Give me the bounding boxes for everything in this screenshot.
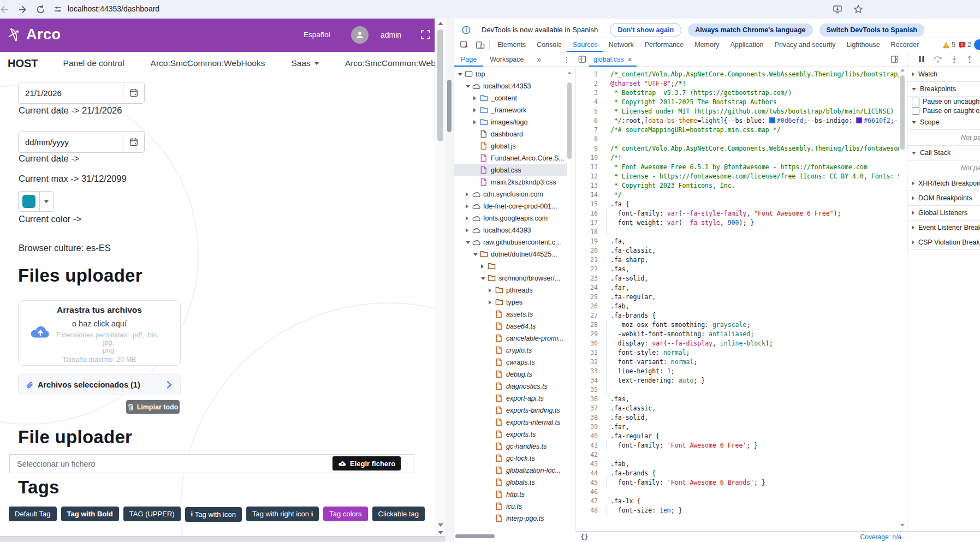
line-number[interactable]: 11	[575, 163, 598, 172]
tree-item-types[interactable]: types	[454, 296, 522, 308]
line-number[interactable]: 18	[575, 228, 598, 237]
editor-scroll-down-arrow[interactable]	[900, 524, 905, 527]
tree-item-exports-ts[interactable]: exports.ts	[454, 428, 536, 440]
tree-item-diagnostics-ts[interactable]: diagnostics.ts	[454, 380, 548, 392]
chevron-right-icon[interactable]	[489, 288, 494, 293]
line-number[interactable]: 41	[575, 441, 598, 450]
avatar[interactable]	[351, 26, 369, 44]
tree-item--content[interactable]: _content	[454, 92, 517, 104]
app-scrollbar[interactable]	[435, 19, 446, 538]
line-number[interactable]: 40	[575, 432, 598, 441]
tree-item-fonts-googleapis-com[interactable]: fonts.googleapis.com	[454, 212, 548, 224]
scroll-down-arrow[interactable]	[438, 531, 443, 534]
tree-item-fundanet-arco-core-s-[interactable]: Fundanet.Arco.Core.S...	[454, 152, 565, 164]
bookmark-star-icon[interactable]	[853, 4, 864, 15]
line-number[interactable]: 13	[575, 181, 598, 190]
line-number[interactable]: 30	[575, 339, 598, 348]
tab-page[interactable]: Page	[454, 52, 483, 67]
install-icon[interactable]	[832, 4, 843, 15]
devtools-tab-elements[interactable]: Elements	[492, 38, 531, 52]
tree-item-localhost-44393[interactable]: localhost:44393	[454, 224, 531, 236]
section-breakpoints[interactable]: Breakpoints	[907, 82, 980, 97]
tree-item-gc-handles-ts[interactable]: gc-handles.ts	[454, 440, 547, 452]
tree-item-exports-binding-ts[interactable]: exports-binding.ts	[454, 404, 560, 416]
line-number[interactable]: 15	[575, 200, 598, 209]
tree-scroll-up-arrow[interactable]	[567, 72, 572, 74]
section-csp-violation-breakpoints[interactable]: CSP Violation Breakpoints	[907, 235, 980, 250]
step-out-icon[interactable]	[966, 56, 973, 63]
line-number[interactable]: 7	[575, 126, 598, 135]
tree-item-raw-githubusercontent-c-[interactable]: raw.githubusercontent.c...	[454, 236, 561, 248]
nav-item-saas[interactable]: Saas	[291, 58, 318, 68]
devtools-tab-sources[interactable]: Sources	[567, 38, 603, 52]
line-number[interactable]: 12	[575, 172, 598, 181]
file-dropzone[interactable]: Arrastra tus archivos o haz click aquí E…	[18, 300, 181, 366]
tree-item-images-logo[interactable]: images/logo	[454, 116, 527, 128]
tab-workspace[interactable]: Workspace	[483, 52, 530, 67]
line-number[interactable]: 2	[575, 79, 598, 88]
toggle-debugger-sidebar-icon[interactable]	[890, 55, 899, 63]
address-bar[interactable]: localhost:44353/dashboard	[68, 4, 159, 13]
step-into-icon[interactable]	[951, 56, 958, 63]
step-over-icon[interactable]	[934, 56, 942, 63]
editor-scrollbar-thumb[interactable]	[900, 75, 905, 150]
line-number[interactable]: 42	[575, 450, 598, 460]
tag-default-tag[interactable]: Default Tag	[9, 507, 57, 521]
tag-tag-with-right-icon[interactable]: Tag with right icon i	[246, 507, 319, 521]
tag-clickable-tag[interactable]: Clickable tag	[372, 507, 425, 521]
line-number[interactable]: 1	[575, 70, 598, 79]
tag-tag-with-bold[interactable]: Tag with Bold	[61, 507, 119, 521]
calendar-icon[interactable]	[123, 132, 144, 152]
site-info-icon[interactable]	[52, 4, 63, 14]
chevron-right-icon[interactable]	[466, 228, 471, 233]
section-global-listeners[interactable]: Global Listeners	[907, 206, 980, 221]
tree-item-globals-ts[interactable]: globals.ts	[454, 477, 535, 489]
line-number[interactable]: 26	[575, 302, 598, 311]
tree-scrollbar-thumb[interactable]	[567, 82, 572, 159]
selected-files-panel[interactable]: Archivos seleccionados (1)	[18, 374, 181, 395]
don-t-show-again-button[interactable]: Don't show again	[610, 23, 681, 37]
line-number[interactable]: 32	[575, 358, 598, 367]
line-number[interactable]: 28	[575, 320, 598, 330]
line-number[interactable]: 35	[575, 385, 598, 395]
tree-item-http-ts[interactable]: http.ts	[454, 489, 525, 501]
line-number[interactable]: 21	[575, 255, 598, 265]
tree-item-dashboard[interactable]: dashboard	[454, 128, 523, 140]
back-icon[interactable]	[0, 4, 9, 15]
color-swatch-icon[interactable]	[856, 117, 862, 123]
line-number[interactable]: 10	[575, 153, 598, 163]
tree-item-base64-ts[interactable]: base64.ts	[454, 320, 536, 332]
color-swatch-icon[interactable]	[769, 117, 775, 123]
chevron-down-icon[interactable]	[466, 85, 471, 88]
line-number[interactable]: 6	[575, 116, 598, 126]
line-number[interactable]: 39	[575, 422, 598, 432]
tree-item-debug-ts[interactable]: debug.ts	[454, 368, 532, 380]
chevron-down-icon[interactable]	[466, 241, 471, 244]
line-number[interactable]: 25	[575, 293, 598, 302]
tag-tag-colors[interactable]: Tag colors	[323, 507, 367, 521]
section-watch[interactable]: Watch	[907, 67, 980, 82]
line-number[interactable]: 37	[575, 404, 598, 413]
device-toolbar-icon[interactable]	[476, 40, 485, 50]
section-dom-breakpoints[interactable]: DOM Breakpoints	[907, 191, 980, 206]
tree-item--framework[interactable]: _framework	[454, 104, 526, 116]
pause-icon[interactable]	[918, 56, 925, 63]
tree-item-interp-pgo-ts[interactable]: interp-pgo.ts	[454, 513, 544, 525]
line-number[interactable]: 33	[575, 367, 598, 376]
tree-item-exports-internal-ts[interactable]: exports-internal.ts	[454, 416, 560, 428]
devtools-tab-network[interactable]: Network	[603, 38, 639, 52]
section-event-listener-breakpoints[interactable]: Event Listener Breakpoints	[907, 221, 980, 235]
editor-scroll-up-arrow[interactable]	[900, 69, 905, 72]
chevron-right-icon[interactable]	[466, 216, 471, 221]
nav-item-host[interactable]: HOST	[8, 57, 38, 70]
calendar-icon[interactable]	[123, 82, 144, 103]
warning-icon[interactable]: 5	[942, 41, 955, 49]
editor-tab-global-css[interactable]: global.css ×	[589, 52, 637, 67]
navigator-menu-icon[interactable]: ⋮	[563, 55, 571, 64]
line-number[interactable]: 19	[575, 237, 598, 246]
chevron-right-icon[interactable]	[466, 204, 471, 209]
scrollbar-thumb[interactable]	[437, 29, 443, 141]
date-input-2[interactable]: dd/mm/yyyy	[18, 131, 145, 153]
line-number[interactable]: 24	[575, 283, 598, 293]
line-number[interactable]: 9	[575, 144, 598, 153]
